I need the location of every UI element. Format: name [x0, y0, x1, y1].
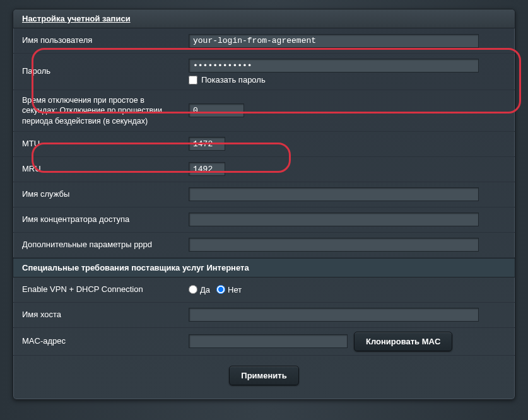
- show-password-label: Показать пароль: [201, 75, 266, 85]
- host-row: Имя хоста: [13, 303, 515, 328]
- vpn-yes-radio[interactable]: [189, 285, 197, 294]
- apply-row: Применить: [13, 356, 515, 399]
- show-password-checkbox[interactable]: [189, 76, 197, 85]
- pppd-input[interactable]: [189, 238, 479, 252]
- service-row: Имя службы: [13, 182, 515, 207]
- ac-label: Имя концентратора доступа: [13, 209, 182, 230]
- password-row: Пароль Показать пароль: [13, 54, 515, 90]
- account-section-title: Настройка учетной записи: [13, 9, 515, 28]
- service-label: Имя службы: [13, 184, 182, 205]
- ac-row: Имя концентратора доступа: [13, 207, 515, 233]
- isp-section-title: Специальные требования поставщика услуг …: [13, 258, 515, 277]
- pppd-label: Дополнительные параметры pppd: [13, 235, 182, 255]
- service-input[interactable]: [189, 187, 479, 201]
- idle-input[interactable]: [189, 103, 244, 117]
- settings-panel: Настройка учетной записи Имя пользовател…: [13, 9, 515, 400]
- vpn-yes-option[interactable]: Да: [189, 285, 210, 295]
- vpn-label: Enable VPN + DHCP Connection: [13, 279, 182, 300]
- username-row: Имя пользователя: [13, 28, 515, 54]
- host-input[interactable]: [189, 308, 479, 322]
- mac-row: MAC-адрес Клонировать MAC: [13, 328, 515, 356]
- mru-input[interactable]: [189, 162, 225, 176]
- mtu-row: MTU: [13, 132, 515, 157]
- username-label: Имя пользователя: [13, 30, 182, 51]
- vpn-no-option[interactable]: Нет: [216, 285, 242, 295]
- ac-input[interactable]: [189, 213, 479, 226]
- idle-row: Время отключения при простое в секундах:…: [13, 90, 515, 132]
- mac-input[interactable]: [189, 334, 348, 348]
- vpn-yes-label: Да: [200, 285, 210, 295]
- vpn-no-radio[interactable]: [216, 285, 225, 294]
- password-input[interactable]: [189, 59, 479, 73]
- vpn-no-label: Нет: [228, 285, 242, 295]
- apply-button[interactable]: Применить: [229, 366, 298, 385]
- vpn-row: Enable VPN + DHCP Connection Да Нет: [13, 277, 515, 303]
- host-label: Имя хоста: [13, 305, 182, 325]
- password-label: Пароль: [13, 61, 182, 82]
- clone-mac-button[interactable]: Клонировать MAC: [354, 332, 452, 351]
- username-input[interactable]: [189, 34, 479, 48]
- idle-label: Время отключения при простое в секундах:…: [13, 90, 182, 131]
- mru-label: MRU: [13, 159, 182, 180]
- mtu-label: MTU: [13, 134, 182, 155]
- mru-row: MRU: [13, 157, 515, 182]
- pppd-row: Дополнительные параметры pppd: [13, 233, 515, 258]
- mtu-input[interactable]: [189, 137, 225, 151]
- mac-label: MAC-адрес: [13, 331, 182, 352]
